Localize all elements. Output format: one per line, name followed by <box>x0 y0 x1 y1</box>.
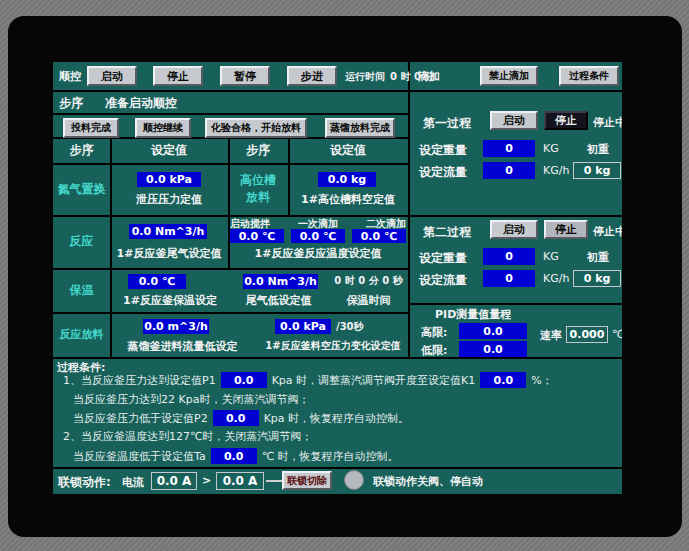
p1-setpoint-field[interactable]: 0.0 <box>221 372 267 388</box>
ta-setpoint-field[interactable]: 0.0 <box>211 448 257 464</box>
process-condition-button[interactable]: 过程条件 <box>559 66 619 86</box>
process2-title: 第二过程 <box>423 224 471 241</box>
table-header-value1: 设定值 <box>110 139 228 161</box>
tank-label-line2: 放料 <box>246 189 270 206</box>
process2-init-value: 0 kg <box>573 270 621 287</box>
condition-line-5: 当反应釜温度低于设定值Ta 0.0 ℃ 时，恢复程序自动控制。 <box>73 448 399 464</box>
p2-setpoint-field[interactable]: 0.0 <box>213 410 259 426</box>
process2-weight-field[interactable]: 0 <box>483 248 535 265</box>
holding-tailgas-field[interactable]: 0.0 Nm^3/h <box>243 274 318 289</box>
tank-label-line1: 高位槽 <box>240 172 276 189</box>
condition-1-text: 1、当反应釜压力达到设定值P1 <box>63 373 216 388</box>
process2-flow-field[interactable]: 0 <box>483 270 535 287</box>
seq-control-label: 顺控 <box>59 69 81 84</box>
holding-time-caption: 保温时间 <box>329 293 408 308</box>
pid-rate-label: 速率 <box>540 328 562 343</box>
row-label-tank: 高位槽 放料 <box>228 163 288 215</box>
nitrogen-pressure-field[interactable]: 0.0 kPa <box>137 172 201 187</box>
connector-line <box>266 480 282 482</box>
discharge-pressure-suffix: /30秒 <box>336 320 364 334</box>
discharge-flow-caption: 蒸馏釜进料流量低设定 <box>110 339 255 354</box>
condition-4-text: 2、当反应釜温度达到127℃时，关闭蒸汽调节阀； <box>63 429 312 444</box>
seq-pause-button[interactable]: 暂停 <box>220 66 270 86</box>
drip-label: 滴加 <box>418 69 440 84</box>
process1-init-label: 初重 <box>587 142 609 157</box>
process2-stop-button[interactable]: 停止 <box>544 220 588 239</box>
stir-temp-field[interactable]: 0.0 ℃ <box>230 229 284 243</box>
discharge-pressure-field[interactable]: 0.0 kPa <box>275 319 331 334</box>
seq-stop-button[interactable]: 停止 <box>153 66 203 86</box>
process1-init-value: 0 kg <box>573 162 621 179</box>
pid-high-field[interactable]: 0.0 <box>459 323 527 339</box>
test-pass-button[interactable]: 化验合格，开始放料 <box>205 118 307 138</box>
divider-vertical <box>408 62 410 359</box>
condition-line-2: 当反应釜压力达到22 Kpa时，关闭蒸汽调节阀； <box>73 392 309 407</box>
row-label-nitrogen: 氮气置换 <box>53 163 110 215</box>
divider-interlock <box>53 467 622 469</box>
row-label-holding: 保温 <box>53 268 110 312</box>
process2-flow-unit: KG/h <box>543 272 569 285</box>
step-status: 准备启动顺控 <box>105 95 177 112</box>
current-label: 电流 <box>122 475 144 490</box>
condition-3-text2: Kpa 时，恢复程序自动控制。 <box>264 411 409 426</box>
seq-continue-button[interactable]: 顺控继续 <box>135 118 191 138</box>
forbid-drip-button[interactable]: 禁止滴加 <box>480 66 538 86</box>
condition-2-text: 当反应釜压力达到22 Kpa时，关闭蒸汽调节阀； <box>73 392 309 407</box>
feed-done-button[interactable]: 投料完成 <box>63 118 119 138</box>
condition-1-suffix: %； <box>531 373 552 388</box>
holding-temp-caption: 1#反应釜保温设定 <box>110 293 230 308</box>
tank-weight-field[interactable]: 0.0 kg <box>318 172 376 187</box>
process2-weight-unit: KG <box>543 250 559 263</box>
holding-temp-field[interactable]: 0.0 ℃ <box>128 274 186 289</box>
condition-1-text2: Kpa 时，调整蒸汽调节阀开度至设定值K1 <box>272 373 476 388</box>
discharge-pressure-caption: 1#反应釜料空压力变化设定值 <box>258 339 408 353</box>
pid-low-field[interactable]: 0.0 <box>459 341 527 357</box>
process1-flow-unit: KG/h <box>543 164 569 177</box>
monitor-bezel: 顺控 启动 停止 暂停 步进 运行时间 0 时 0 分 滴加 禁止滴加 过程条件… <box>8 16 682 537</box>
pid-rate-unit: ℃/m <box>612 328 622 341</box>
condition-5-text2: ℃ 时，恢复程序自动控制。 <box>262 449 399 464</box>
process2-start-button[interactable]: 启动 <box>490 220 538 239</box>
process1-flow-field[interactable]: 0 <box>483 162 535 179</box>
holding-tailgas-caption: 尾气低设定值 <box>231 293 326 308</box>
process1-weight-field[interactable]: 0 <box>483 140 535 157</box>
condition-line-1: 1、当反应釜压力达到设定值P1 0.0 Kpa 时，调整蒸汽调节阀开度至设定值K… <box>63 372 553 388</box>
condition-line-3: 当反应釜压力低于设定值P2 0.0 Kpa 时，恢复程序自动控制。 <box>73 410 409 426</box>
discharge-flow-field[interactable]: 0.0 m^3/h <box>143 319 209 334</box>
seq-start-button[interactable]: 启动 <box>87 66 137 86</box>
seq-step-button[interactable]: 步进 <box>287 66 337 86</box>
second-drip-temp-field[interactable]: 0.0 ℃ <box>352 229 406 243</box>
row-label-reaction: 反应 <box>53 215 110 268</box>
table-header-step1: 步序 <box>53 139 110 161</box>
condition-3-text: 当反应釜压力低于设定值P2 <box>73 411 208 426</box>
table-header-step2: 步序 <box>228 139 288 161</box>
pid-low-label: 低限: <box>421 343 447 358</box>
current-value-2: 0.0 A <box>216 472 264 490</box>
distill-done-button[interactable]: 蒸馏放料完成 <box>325 118 395 138</box>
reaction-tailgas-field[interactable]: 0.0 Nm^3/h <box>129 224 207 239</box>
k1-setpoint-field[interactable]: 0.0 <box>480 372 526 388</box>
process2-flow-label: 设定流量 <box>419 272 467 289</box>
process2-init-label: 初重 <box>587 250 609 265</box>
condition-5-text: 当反应釜温度低于设定值Ta <box>73 449 206 464</box>
greater-than-sign: > <box>202 474 211 487</box>
table-header-value2: 设定值 <box>288 139 408 161</box>
interlock-cut-button[interactable]: 联锁切除 <box>282 471 332 490</box>
process1-status: 停止中 <box>593 115 622 130</box>
row-label-discharge: 反应放料 <box>53 312 110 357</box>
process1-start-button[interactable]: 启动 <box>490 111 538 130</box>
divider-top <box>53 90 622 92</box>
process1-flow-label: 设定流量 <box>419 164 467 181</box>
interlock-label: 联锁动作: <box>58 474 111 491</box>
tank-caption: 1#高位槽料空定值 <box>288 192 408 207</box>
process1-stop-button[interactable]: 停止 <box>544 111 588 130</box>
step-label: 步序 <box>59 95 83 112</box>
current-value-1: 0.0 A <box>151 472 197 490</box>
first-drip-temp-field[interactable]: 0.0 ℃ <box>291 229 345 243</box>
pid-high-label: 高限: <box>421 325 447 340</box>
divider-step <box>53 113 408 115</box>
reaction-temp-caption: 1#反应釜反应温度设定值 <box>228 246 408 261</box>
interlock-caption: 联锁动作关阀、停自动 <box>373 474 483 489</box>
process2-status: 停止中 <box>593 224 622 239</box>
reaction-temp-fields: 0.0 ℃ 0.0 ℃ 0.0 ℃ <box>230 229 406 243</box>
